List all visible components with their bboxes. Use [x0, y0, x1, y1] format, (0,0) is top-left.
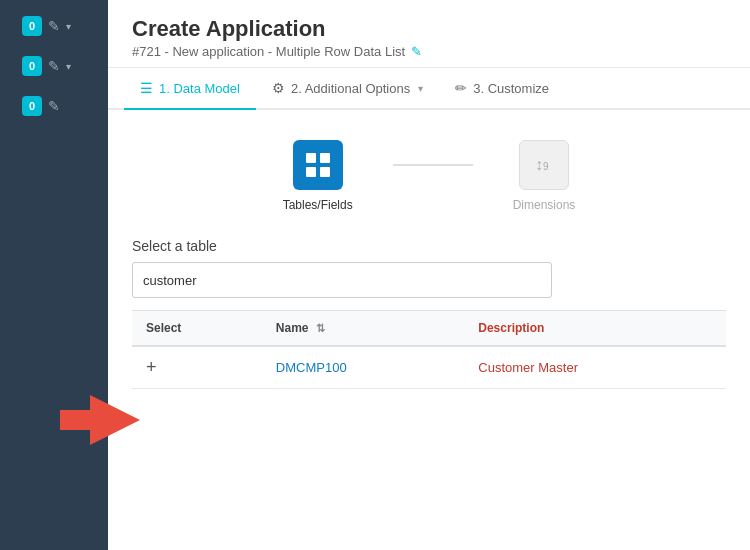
arrow-indicator [60, 390, 140, 450]
tab-additional-options-icon: ⚙ [272, 80, 285, 96]
header-subtitle: #721 - New application - Multiple Row Da… [132, 44, 726, 59]
data-table: Select Name ⇅ Description + DMCMP100 Cus… [132, 310, 726, 389]
step-tables-fields-label: Tables/Fields [283, 198, 353, 212]
col-name-label: Name [276, 321, 309, 335]
steps-row: Tables/Fields ↕ 9 Dimensions [132, 130, 726, 222]
subtitle-text: #721 - New application - Multiple Row Da… [132, 44, 405, 59]
svg-rect-3 [306, 167, 316, 177]
section-label: Select a table [132, 238, 726, 254]
cell-name[interactable]: DMCMP100 [262, 346, 464, 389]
select-plus-button[interactable]: + [146, 357, 157, 378]
body-content: Tables/Fields ↕ 9 Dimensions Select a ta… [108, 110, 750, 550]
col-header-select: Select [132, 311, 262, 347]
svg-marker-0 [60, 395, 140, 445]
sidebar-edit-icon-3: ✎ [48, 98, 60, 114]
tab-data-model-label: 1. Data Model [159, 81, 240, 96]
tab-additional-options-chevron: ▾ [418, 83, 423, 94]
tab-data-model[interactable]: ☰ 1. Data Model [124, 68, 256, 110]
sidebar: 0 ✎ ▾ 0 ✎ ▾ 0 ✎ [0, 0, 108, 550]
cell-description: Customer Master [464, 346, 726, 389]
sidebar-badge-3: 0 [22, 96, 42, 116]
step-divider [393, 164, 473, 166]
page-title: Create Application [132, 16, 726, 42]
tab-customize[interactable]: ✏ 3. Customize [439, 68, 565, 110]
col-header-description: Description [464, 311, 726, 347]
sidebar-badge-2: 0 [22, 56, 42, 76]
svg-rect-4 [320, 167, 330, 177]
step-dimensions-icon-box: ↕ 9 [519, 140, 569, 190]
table-row: + DMCMP100 Customer Master [132, 346, 726, 389]
tab-bar: ☰ 1. Data Model ⚙ 2. Additional Options … [108, 68, 750, 110]
sidebar-item-3[interactable]: 0 ✎ [14, 88, 94, 124]
search-input[interactable] [132, 262, 552, 298]
tab-customize-icon: ✏ [455, 80, 467, 96]
tab-additional-options[interactable]: ⚙ 2. Additional Options ▾ [256, 68, 439, 110]
tab-customize-label: 3. Customize [473, 81, 549, 96]
sidebar-edit-icon-1: ✎ [48, 18, 60, 34]
col-header-name[interactable]: Name ⇅ [262, 311, 464, 347]
sort-icon: ⇅ [316, 322, 325, 334]
sidebar-edit-icon-2: ✎ [48, 58, 60, 74]
sidebar-badge-1: 0 [22, 16, 42, 36]
edit-subtitle-icon[interactable]: ✎ [411, 44, 422, 59]
table-header-row: Select Name ⇅ Description [132, 311, 726, 347]
svg-rect-2 [320, 153, 330, 163]
sidebar-item-1[interactable]: 0 ✎ ▾ [14, 8, 94, 44]
svg-rect-1 [306, 153, 316, 163]
tab-data-model-icon: ☰ [140, 80, 153, 96]
header: Create Application #721 - New applicatio… [108, 0, 750, 68]
step-dimensions-label: Dimensions [513, 198, 576, 212]
sidebar-item-2[interactable]: 0 ✎ ▾ [14, 48, 94, 84]
sidebar-chevron-2: ▾ [66, 61, 71, 72]
step-tables-fields-icon-box [293, 140, 343, 190]
svg-text:9: 9 [543, 161, 549, 172]
tab-additional-options-label: 2. Additional Options [291, 81, 410, 96]
svg-text:↕: ↕ [535, 156, 543, 173]
step-tables-fields[interactable]: Tables/Fields [283, 140, 353, 212]
sidebar-chevron-1: ▾ [66, 21, 71, 32]
cell-select[interactable]: + [132, 346, 262, 389]
step-dimensions[interactable]: ↕ 9 Dimensions [513, 140, 576, 212]
main-content: Create Application #721 - New applicatio… [108, 0, 750, 550]
